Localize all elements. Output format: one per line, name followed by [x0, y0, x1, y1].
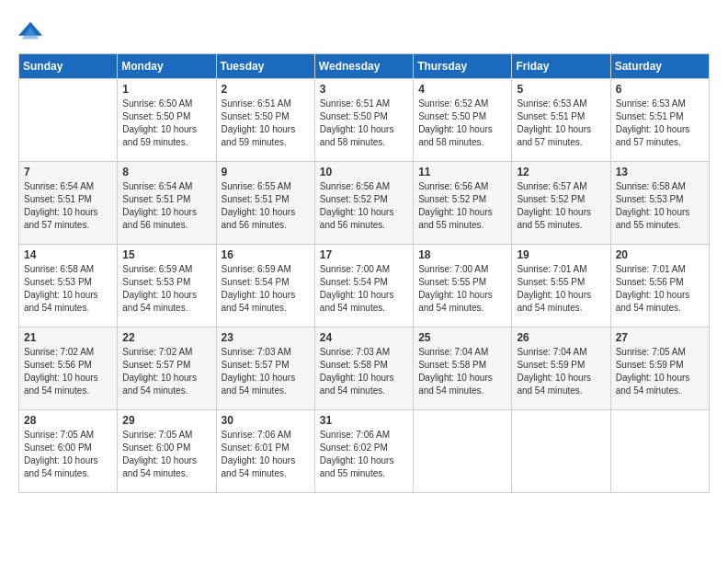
calendar-cell: 6Sunrise: 6:53 AMSunset: 5:51 PMDaylight… [610, 79, 709, 162]
logo [18, 18, 48, 44]
day-info: Sunrise: 6:51 AMSunset: 5:50 PMDaylight:… [222, 98, 310, 149]
calendar-cell: 12Sunrise: 6:57 AMSunset: 5:52 PMDayligh… [512, 162, 610, 245]
calendar-table: SundayMondayTuesdayWednesdayThursdayFrid… [18, 53, 710, 493]
calendar-cell: 27Sunrise: 7:05 AMSunset: 5:59 PMDayligh… [610, 327, 709, 410]
day-number: 24 [320, 331, 408, 344]
calendar-cell: 2Sunrise: 6:51 AMSunset: 5:50 PMDaylight… [216, 79, 314, 162]
calendar-cell: 21Sunrise: 7:02 AMSunset: 5:56 PMDayligh… [19, 327, 118, 410]
day-info: Sunrise: 7:01 AMSunset: 5:56 PMDaylight:… [616, 263, 704, 315]
weekday-header: Tuesday [216, 54, 314, 79]
day-info: Sunrise: 7:03 AMSunset: 5:57 PMDaylight:… [222, 346, 310, 397]
calendar-cell: 17Sunrise: 7:00 AMSunset: 5:54 PMDayligh… [314, 245, 413, 327]
calendar-cell: 5Sunrise: 6:53 AMSunset: 5:51 PMDaylight… [512, 79, 610, 162]
day-info: Sunrise: 7:00 AMSunset: 5:55 PMDaylight:… [418, 263, 506, 315]
weekday-header: Saturday [610, 54, 709, 79]
calendar-cell: 11Sunrise: 6:56 AMSunset: 5:52 PMDayligh… [414, 162, 512, 245]
calendar-cell: 8Sunrise: 6:54 AMSunset: 5:51 PMDaylight… [118, 162, 216, 245]
calendar-cell: 23Sunrise: 7:03 AMSunset: 5:57 PMDayligh… [216, 327, 314, 410]
calendar-cell: 1Sunrise: 6:50 AMSunset: 5:50 PMDaylight… [118, 79, 216, 162]
day-info: Sunrise: 7:01 AMSunset: 5:55 PMDaylight:… [517, 263, 605, 315]
day-info: Sunrise: 6:56 AMSunset: 5:52 PMDaylight:… [320, 180, 408, 232]
day-number: 17 [320, 248, 408, 261]
calendar-cell: 19Sunrise: 7:01 AMSunset: 5:55 PMDayligh… [512, 245, 610, 327]
calendar-week-row: 7Sunrise: 6:54 AMSunset: 5:51 PMDaylight… [19, 162, 710, 245]
day-info: Sunrise: 6:52 AMSunset: 5:50 PMDaylight:… [418, 98, 506, 149]
day-number: 30 [222, 414, 310, 427]
calendar-cell: 26Sunrise: 7:04 AMSunset: 5:59 PMDayligh… [512, 327, 610, 410]
day-number: 2 [222, 83, 310, 96]
day-info: Sunrise: 6:59 AMSunset: 5:53 PMDaylight:… [122, 263, 210, 315]
day-number: 12 [517, 166, 605, 178]
day-number: 1 [122, 83, 210, 96]
day-info: Sunrise: 6:58 AMSunset: 5:53 PMDaylight:… [616, 180, 704, 232]
day-number: 21 [24, 331, 112, 344]
calendar-cell: 13Sunrise: 6:58 AMSunset: 5:53 PMDayligh… [610, 162, 709, 245]
calendar-body: 1Sunrise: 6:50 AMSunset: 5:50 PMDaylight… [19, 79, 710, 493]
day-info: Sunrise: 7:02 AMSunset: 5:57 PMDaylight:… [122, 346, 210, 397]
day-number: 26 [517, 331, 605, 344]
calendar-cell: 24Sunrise: 7:03 AMSunset: 5:58 PMDayligh… [314, 327, 413, 410]
calendar-cell: 31Sunrise: 7:06 AMSunset: 6:02 PMDayligh… [314, 410, 413, 493]
day-number: 19 [517, 248, 605, 261]
day-number: 31 [320, 414, 408, 427]
day-info: Sunrise: 6:57 AMSunset: 5:52 PMDaylight:… [517, 180, 605, 232]
weekday-header: Monday [118, 54, 216, 79]
day-info: Sunrise: 7:04 AMSunset: 5:59 PMDaylight:… [517, 346, 605, 397]
calendar-week-row: 1Sunrise: 6:50 AMSunset: 5:50 PMDaylight… [19, 79, 710, 162]
page-header [18, 18, 710, 44]
day-info: Sunrise: 6:53 AMSunset: 5:51 PMDaylight:… [616, 98, 704, 149]
day-number: 15 [122, 248, 210, 261]
calendar-cell [19, 79, 118, 162]
day-number: 8 [122, 166, 210, 178]
weekday-row: SundayMondayTuesdayWednesdayThursdayFrid… [19, 54, 710, 79]
day-number: 7 [24, 166, 112, 178]
day-info: Sunrise: 6:51 AMSunset: 5:50 PMDaylight:… [320, 98, 408, 149]
day-number: 22 [122, 331, 210, 344]
day-number: 13 [616, 166, 704, 178]
calendar-cell: 20Sunrise: 7:01 AMSunset: 5:56 PMDayligh… [610, 245, 709, 327]
calendar-cell: 22Sunrise: 7:02 AMSunset: 5:57 PMDayligh… [118, 327, 216, 410]
day-number: 20 [616, 248, 704, 261]
calendar-cell: 9Sunrise: 6:55 AMSunset: 5:51 PMDaylight… [216, 162, 314, 245]
calendar-cell: 3Sunrise: 6:51 AMSunset: 5:50 PMDaylight… [314, 79, 413, 162]
day-number: 25 [418, 331, 506, 344]
day-info: Sunrise: 7:05 AMSunset: 5:59 PMDaylight:… [616, 346, 704, 397]
day-number: 27 [616, 331, 704, 344]
day-info: Sunrise: 6:55 AMSunset: 5:51 PMDaylight:… [222, 180, 310, 232]
day-number: 16 [222, 248, 310, 261]
calendar-week-row: 14Sunrise: 6:58 AMSunset: 5:53 PMDayligh… [19, 245, 710, 327]
calendar-cell: 29Sunrise: 7:05 AMSunset: 6:00 PMDayligh… [118, 410, 216, 493]
day-number: 29 [122, 414, 210, 427]
day-info: Sunrise: 7:05 AMSunset: 6:00 PMDaylight:… [24, 429, 112, 480]
day-info: Sunrise: 7:00 AMSunset: 5:54 PMDaylight:… [320, 263, 408, 315]
calendar-cell: 25Sunrise: 7:04 AMSunset: 5:58 PMDayligh… [414, 327, 512, 410]
calendar-cell: 30Sunrise: 7:06 AMSunset: 6:01 PMDayligh… [216, 410, 314, 493]
calendar-cell: 4Sunrise: 6:52 AMSunset: 5:50 PMDaylight… [414, 79, 512, 162]
day-info: Sunrise: 7:04 AMSunset: 5:58 PMDaylight:… [418, 346, 506, 397]
calendar-week-row: 21Sunrise: 7:02 AMSunset: 5:56 PMDayligh… [19, 327, 710, 410]
day-info: Sunrise: 6:50 AMSunset: 5:50 PMDaylight:… [122, 98, 210, 149]
calendar-cell [512, 410, 610, 493]
day-info: Sunrise: 7:05 AMSunset: 6:00 PMDaylight:… [122, 429, 210, 480]
day-number: 18 [418, 248, 506, 261]
day-info: Sunrise: 7:06 AMSunset: 6:01 PMDaylight:… [222, 429, 310, 480]
day-info: Sunrise: 6:58 AMSunset: 5:53 PMDaylight:… [24, 263, 112, 315]
day-number: 3 [320, 83, 408, 96]
day-info: Sunrise: 6:53 AMSunset: 5:51 PMDaylight:… [517, 98, 605, 149]
day-info: Sunrise: 6:54 AMSunset: 5:51 PMDaylight:… [122, 180, 210, 232]
day-number: 6 [616, 83, 704, 96]
calendar-cell: 18Sunrise: 7:00 AMSunset: 5:55 PMDayligh… [414, 245, 512, 327]
calendar-cell: 16Sunrise: 6:59 AMSunset: 5:54 PMDayligh… [216, 245, 314, 327]
day-number: 14 [24, 248, 112, 261]
calendar-cell: 10Sunrise: 6:56 AMSunset: 5:52 PMDayligh… [314, 162, 413, 245]
day-number: 5 [517, 83, 605, 96]
day-info: Sunrise: 6:54 AMSunset: 5:51 PMDaylight:… [24, 180, 112, 232]
day-number: 10 [320, 166, 408, 178]
day-info: Sunrise: 7:03 AMSunset: 5:58 PMDaylight:… [320, 346, 408, 397]
weekday-header: Friday [512, 54, 610, 79]
calendar-header: SundayMondayTuesdayWednesdayThursdayFrid… [19, 54, 710, 79]
day-info: Sunrise: 6:56 AMSunset: 5:52 PMDaylight:… [418, 180, 506, 232]
weekday-header: Thursday [414, 54, 512, 79]
day-number: 23 [222, 331, 310, 344]
day-info: Sunrise: 7:06 AMSunset: 6:02 PMDaylight:… [320, 429, 408, 480]
